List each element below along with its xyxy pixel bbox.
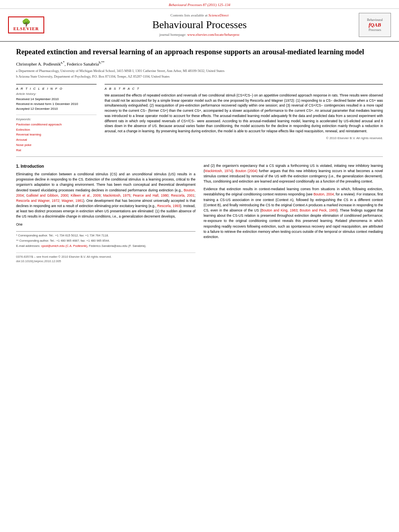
contents-line: Contents lists available at ScienceDirec… — [48, 13, 351, 17]
cite-bouton1989[interactable]: Bouton and Peck, 1989 — [300, 208, 336, 212]
section1-number: 1. — [16, 164, 19, 168]
article-title: Repeated extinction and reversal learnin… — [16, 47, 383, 57]
homepage-url[interactable]: www.elsevier.com/locate/behavproc — [187, 33, 240, 37]
footnote-email: E-mail addresses: cpod@umich.edu (C.A. P… — [16, 244, 195, 248]
body-para-right-2: Evidence that extinction results in cont… — [204, 187, 383, 240]
abstract-column: A B S T R A C T We assessed the effects … — [105, 84, 383, 153]
cite-rescorla1972[interactable]: Rescorla and Wagner, 1972 — [16, 199, 59, 203]
cite-mackintosh1975[interactable]: Mackintosh, 1975 — [103, 193, 130, 197]
email-label: E-mail addresses: — [16, 244, 40, 248]
keyword-4: Arousal — [16, 138, 97, 143]
body-para-1: Eliminating the correlation between a co… — [16, 172, 195, 220]
abstract-text: We assessed the effects of repeated exti… — [105, 93, 383, 134]
footnotes: * Corresponding author. Tel.: +1 734 615… — [16, 231, 195, 249]
accepted-date: Accepted 12 December 2010 — [16, 107, 97, 111]
affil-a: a Department of Pharmacology, University… — [16, 69, 383, 74]
issn-line: 0376-6357/$ – see front matter © 2010 El… — [16, 255, 195, 259]
abstract-title: A B S T R A C T — [105, 87, 383, 90]
homepage-label: journal homepage: — [159, 33, 186, 37]
keyword-6: Rat — [16, 148, 97, 153]
article-info-column: A R T I C L E I N F O Article history: R… — [16, 84, 97, 153]
section-divider — [16, 156, 383, 157]
bottom-info: 0376-6357/$ – see front matter © 2010 El… — [16, 253, 195, 264]
bp-logo-text: fQAB — [368, 22, 381, 28]
cite-bouton2004b[interactable]: Bouton (2004) — [235, 169, 257, 173]
cite-wagner1981[interactable]: Wagner, 1981 — [62, 199, 83, 203]
journal-center: Contents lists available at ScienceDirec… — [48, 13, 351, 37]
copyright-line: © 2010 Elsevier B.V. All rights reserved… — [105, 136, 383, 140]
doi-line: doi:10.1016/j.beproc.2010.12.005 — [16, 259, 195, 264]
sciencedirect-link[interactable]: ScienceDirect — [208, 13, 228, 17]
section1-title: Introduction — [21, 164, 44, 168]
elsevier-logo-left: 🌳 ELSEVIER — [8, 16, 44, 33]
body-col-right: and (2) the organism's expectancy that a… — [204, 163, 383, 264]
cite-mackintosh1974[interactable]: Mackintosh, 1974 — [205, 169, 232, 173]
body-col-left: 1. Introduction Eliminating the correlat… — [16, 163, 195, 264]
elsevier-label: ELSEVIER — [13, 26, 39, 31]
journal-homepage: journal homepage: www.elsevier.com/locat… — [48, 33, 351, 37]
keyword-2: Extinction — [16, 127, 97, 133]
cite-rescorla1993[interactable]: Rescorla, 1993 — [157, 204, 180, 208]
article-area: Repeated extinction and reversal learnin… — [0, 42, 399, 272]
body-para-right-1: and (2) the organism's expectancy that a… — [204, 163, 383, 185]
bp-logo-box: Behavioural fQAB Processes — [359, 13, 391, 37]
info-abstract-columns: A R T I C L E I N F O Article history: R… — [16, 84, 383, 153]
contents-text: Contents lists available at — [171, 13, 208, 17]
authors-line: Christopher A. Podlesnika,*, Federico Sa… — [16, 61, 383, 66]
cite-rescorla2001[interactable]: Rescorla, 2001 — [171, 193, 195, 197]
history-label: Article history: — [16, 92, 97, 96]
keywords-label: Keywords: — [16, 117, 97, 121]
body-para-one: One — [16, 222, 195, 227]
revised-date: Received in revised form 1 December 2010 — [16, 102, 97, 107]
affiliations: a Department of Pharmacology, University… — [16, 69, 383, 79]
keyword-3: Reversal learning — [16, 132, 97, 138]
author-sanabria: Federico Sanabria — [67, 62, 99, 66]
affil-b: b Arizona State University, Department o… — [16, 74, 383, 79]
author-podlesnik: Christopher A. Podlesnik — [16, 62, 61, 66]
body-columns: 1. Introduction Eliminating the correlat… — [16, 163, 383, 264]
article-info-title: A R T I C L E I N F O — [16, 87, 97, 90]
elsevier-tree-icon: 🌳 — [22, 19, 31, 26]
cite-killeen2009[interactable]: Killeen et al., 2009 — [71, 193, 101, 197]
journal-header: 🌳 ELSEVIER Contents lists available at S… — [0, 9, 399, 42]
footnote-star1: * Corresponding author. Tel.: +1 734 615… — [16, 233, 195, 238]
keyword-5: Nose poke — [16, 143, 97, 148]
footnote-email2: Federico.Sanabria@asu.edu (F. Sanabria). — [89, 244, 146, 248]
footnote-star2: ** Corresponding author. Tel.: +1 480 96… — [16, 238, 195, 243]
cite-bouton1983[interactable]: Bouton and King, 1983 — [261, 208, 298, 212]
cite-pearce1980[interactable]: Pearce and Hall, 1980 — [133, 193, 168, 197]
top-bar: Behavioural Processes 87 (2011) 125–134 — [0, 0, 399, 9]
keywords-section: Keywords: Pavlovian conditioned approach… — [16, 115, 97, 153]
journal-logo-right: Behavioural fQAB Processes — [355, 13, 391, 37]
journal-reference: Behavioural Processes 87 (2011) 125–134 — [169, 3, 230, 7]
email1-link[interactable]: cpod@umich.edu (C.A. Podlesnik), — [41, 244, 88, 248]
cite-gallistel2000[interactable]: Gallistel and Gibbon, 2000 — [26, 193, 68, 197]
cite-bouton2004c[interactable]: Bouton, 2004 — [313, 192, 334, 196]
journal-title: Behavioural Processes — [48, 19, 351, 31]
received-date: Received 14 September 2010 — [16, 97, 97, 102]
keyword-1: Pavlovian conditioned approach — [16, 122, 97, 127]
section1-heading: 1. Introduction — [16, 163, 195, 170]
